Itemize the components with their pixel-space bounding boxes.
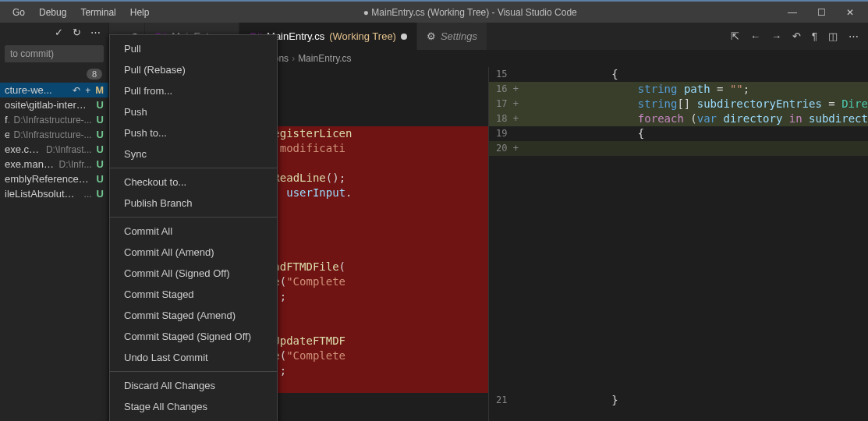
split-editor-icon[interactable]: ◫ (828, 30, 838, 42)
menu-go[interactable]: Go (6, 4, 31, 21)
menu-item-sync[interactable]: Sync (110, 143, 277, 165)
menu-help[interactable]: Help (124, 4, 156, 21)
more-actions-icon[interactable]: ⋯ (849, 30, 859, 42)
code-line: { (526, 126, 868, 141)
whitespace-icon[interactable]: ¶ (812, 30, 817, 42)
code-line (526, 141, 868, 156)
code-line: string path = ""; (526, 82, 868, 97)
line-number: 16 + (489, 82, 526, 97)
previous-change-icon[interactable]: ← (750, 30, 760, 42)
code-line (526, 363, 868, 378)
scm-file-row[interactable]: ileListAbsolute.txt...U (0, 186, 108, 201)
menu-item-push-to-[interactable]: Push to... (110, 122, 277, 143)
file-status: U (97, 173, 104, 185)
line-number (489, 348, 526, 363)
line-number (489, 334, 526, 348)
code-line (526, 334, 868, 348)
scm-panel: ✓ ↻ ⋯ 8 cture-we...↶+Mosite\gitlab-inter… (0, 23, 109, 421)
commit-icon[interactable]: ✓ (55, 27, 63, 38)
file-name: exe (5, 129, 9, 140)
menu-item-stage-all-changes[interactable]: Stage All Changes (110, 396, 277, 417)
line-number: 18 + (489, 111, 526, 126)
menu-separator (110, 217, 277, 218)
line-number (489, 171, 526, 186)
code-line (526, 319, 868, 334)
gear-icon: ⚙ (427, 30, 436, 42)
code-line: string[] subdirectoryEntries = Directory… (526, 97, 868, 111)
menu-item-commit-all-signed-off-[interactable]: Commit All (Signed Off) (110, 263, 277, 284)
code-line (526, 186, 868, 200)
file-status: U (97, 99, 104, 111)
menu-item-discard-all-changes[interactable]: Discard All Changes (110, 375, 277, 396)
line-number: 19 (489, 126, 526, 141)
scm-context-menu: PullPull (Rebase)Pull from...PushPush to… (109, 34, 278, 421)
code-line (526, 289, 868, 304)
breadcrumb-item[interactable]: MainEntry.cs (298, 53, 351, 64)
line-number (489, 230, 526, 245)
file-status: U (97, 158, 104, 170)
code-line: } (526, 393, 868, 408)
commit-message-input[interactable] (5, 45, 104, 62)
changes-count-badge: 8 (87, 69, 102, 80)
open-changes-icon[interactable]: ⇱ (731, 30, 739, 42)
menu-item-push[interactable]: Push (110, 101, 277, 122)
scm-file-row[interactable]: figD:\Infrastructure-...U (0, 112, 108, 127)
menu-item-commit-all-amend-[interactable]: Commit All (Amend) (110, 242, 277, 263)
menu-item-unstage-all-changes[interactable]: Unstage All Changes (110, 417, 277, 421)
more-icon[interactable]: ⋯ (90, 27, 101, 38)
code-line (526, 260, 868, 274)
menu-item-commit-staged-signed-off-[interactable]: Commit Staged (Signed Off) (110, 326, 277, 347)
minimize-icon[interactable]: — (785, 5, 800, 19)
menu-item-commit-staged[interactable]: Commit Staged (110, 284, 277, 305)
tab-label: Settings (441, 30, 477, 42)
refresh-icon[interactable]: ↻ (73, 27, 81, 38)
menu-terminal[interactable]: Terminal (74, 4, 122, 21)
line-number: 20 + (489, 141, 526, 156)
close-icon[interactable]: ✕ (843, 5, 857, 19)
code-line (526, 274, 868, 289)
scm-file-row[interactable]: exe.manifestD:\Infr...U (0, 157, 108, 172)
menu-item-pull-rebase-[interactable]: Pull (Rebase) (110, 59, 277, 80)
line-number (489, 289, 526, 304)
menu-item-pull-from-[interactable]: Pull from... (110, 80, 277, 101)
menu-separator (110, 371, 277, 372)
scm-file-row[interactable]: osite\gitlab-internalt...U (0, 97, 108, 112)
menu-debug[interactable]: Debug (33, 4, 73, 21)
next-change-icon[interactable]: → (771, 30, 781, 42)
scm-file-row[interactable]: exeD:\Infrastructure-...U (0, 127, 108, 142)
menu-separator (110, 168, 277, 168)
menu-item-pull[interactable]: Pull (110, 38, 277, 59)
code-line (526, 171, 868, 186)
tab-label-suffix: (Working Tree) (329, 30, 396, 42)
chevron-right-icon: › (292, 53, 295, 64)
file-status: U (97, 129, 104, 140)
file-status: U (97, 114, 104, 126)
maximize-icon[interactable]: ☐ (814, 5, 829, 19)
code-line: foreach (var directory in subdirectoryEn… (526, 111, 868, 126)
stage-icon[interactable]: + (85, 85, 90, 96)
window-controls: — ☐ ✕ (785, 5, 857, 19)
file-status: U (97, 188, 104, 200)
file-name: fig (5, 114, 9, 126)
line-number: 17 + (489, 97, 526, 111)
file-path: ... (84, 189, 92, 200)
code-line (526, 245, 868, 260)
menu-item-undo-last-commit[interactable]: Undo Last Commit (110, 347, 277, 368)
file-name: exe.config (5, 143, 41, 155)
file-status: M (95, 84, 104, 96)
revert-icon[interactable]: ↶ (792, 30, 801, 42)
line-number (489, 156, 526, 171)
diff-modified-pane[interactable]: 15 16 +17 +18 +19 20 + 21 { string path … (489, 67, 868, 421)
tab-settings[interactable]: ⚙Settings (417, 23, 487, 50)
menu-item-commit-all[interactable]: Commit All (110, 221, 277, 242)
scm-file-row[interactable]: exe.configD:\Infrast...U (0, 142, 108, 157)
scm-file-row[interactable]: cture-we...↶+M (0, 83, 108, 97)
code-line (526, 304, 868, 319)
discard-icon[interactable]: ↶ (73, 85, 80, 96)
menu-item-publish-branch[interactable]: Publish Branch (110, 193, 277, 214)
scm-file-row[interactable]: emblyReferencesIn...U (0, 172, 108, 186)
menu-item-checkout-to-[interactable]: Checkout to... (110, 172, 277, 193)
file-name: exe.manifest (5, 158, 55, 170)
menu-item-commit-staged-amend-[interactable]: Commit Staged (Amend) (110, 305, 277, 326)
file-path: D:\Infrastructure-... (14, 115, 92, 126)
